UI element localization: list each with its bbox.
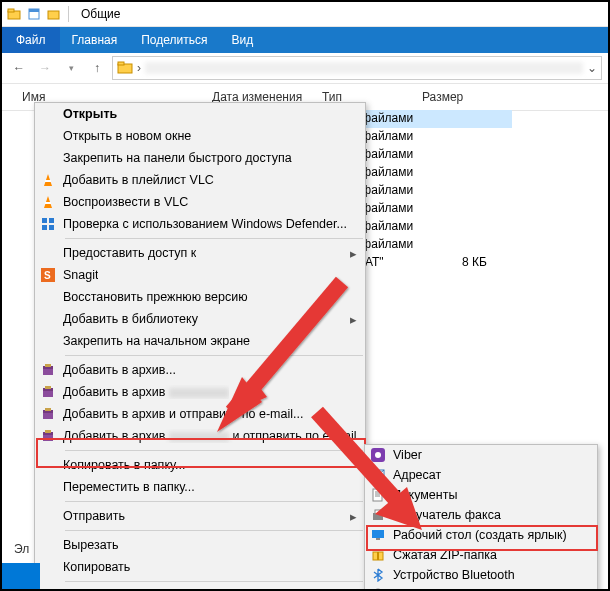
svg-rect-22	[45, 386, 51, 389]
qat-newfolder-icon[interactable]	[46, 6, 62, 22]
menu-move-to-folder[interactable]: Переместить в папку...	[35, 476, 365, 498]
winrar-icon	[39, 405, 57, 423]
menu-open-new-window[interactable]: Открыть в новом окне	[35, 125, 365, 147]
col-size[interactable]: Размер	[422, 90, 512, 104]
ribbon-tab-view[interactable]: Вид	[219, 27, 265, 53]
menu-create-shortcut[interactable]: Создать ярлык	[35, 585, 365, 591]
qat-separator	[68, 6, 69, 22]
status-label: Эл	[14, 542, 29, 556]
submenu-viber[interactable]: Viber	[365, 445, 597, 465]
svg-rect-3	[29, 9, 39, 12]
menu-send-to[interactable]: Отправить	[35, 505, 365, 527]
svg-rect-12	[49, 218, 54, 223]
defender-icon	[39, 215, 57, 233]
submenu-desktop-shortcut[interactable]: Рабочий стол (создать ярлык)	[365, 525, 597, 545]
zip-icon	[369, 546, 387, 564]
menu-add-to-library[interactable]: Добавить в библиотеку	[35, 308, 365, 330]
viber-icon	[369, 446, 387, 464]
svg-text:S: S	[44, 270, 51, 281]
menu-restore-previous[interactable]: Восстановить прежнюю версию	[35, 286, 365, 308]
svg-rect-6	[118, 62, 124, 65]
svg-rect-39	[376, 538, 380, 540]
submenu-mail-recipient[interactable]: Адресат	[365, 465, 597, 485]
menu-vlc-add[interactable]: Добавить в плейлист VLC	[35, 169, 365, 191]
svg-rect-11	[42, 218, 47, 223]
svg-rect-13	[42, 225, 47, 230]
submenu-fax-recipient[interactable]: Получатель факса	[365, 505, 597, 525]
submenu-bluetooth[interactable]: Устройство Bluetooth	[365, 565, 597, 585]
bluetooth-icon	[369, 566, 387, 584]
menu-pin-quick-access[interactable]: Закрепить на панели быстрого доступа	[35, 147, 365, 169]
path-blurred	[145, 62, 583, 74]
nav-forward-button[interactable]: →	[34, 57, 56, 79]
ribbon-file[interactable]: Файл	[2, 27, 60, 53]
nav-recent-button[interactable]: ▾	[60, 57, 82, 79]
menu-vlc-play[interactable]: Воспроизвести в VLC	[35, 191, 365, 213]
explorer-icon	[6, 6, 22, 22]
svg-rect-28	[45, 430, 51, 433]
menu-rar-add-named[interactable]: Добавить в архив	[35, 381, 365, 403]
vlc-icon	[39, 171, 57, 189]
menu-snagit[interactable]: SSnagit	[35, 264, 365, 286]
vlc-icon	[39, 193, 57, 211]
menu-grant-access[interactable]: Предоставить доступ к	[35, 242, 365, 264]
send-to-submenu: Viber Адресат Документы Получатель факса…	[364, 444, 598, 591]
svg-rect-32	[373, 489, 382, 501]
menu-rar-email[interactable]: Добавить в архив и отправить по e-mail..…	[35, 403, 365, 425]
blurred-text	[169, 388, 229, 398]
winrar-icon	[39, 427, 57, 445]
submenu-dvd-drive[interactable]: DVD RW дисковод (O:)	[365, 585, 597, 591]
ribbon: Файл Главная Поделиться Вид	[2, 27, 608, 53]
menu-defender-scan[interactable]: Проверка с использованием Windows Defend…	[35, 213, 365, 235]
window-titlebar: Общие	[2, 2, 608, 27]
menu-cut[interactable]: Вырезать	[35, 534, 365, 556]
dvd-icon	[369, 586, 387, 591]
svg-rect-37	[375, 510, 381, 514]
svg-rect-8	[45, 180, 51, 182]
svg-rect-14	[49, 225, 54, 230]
chevron-down-icon[interactable]: ⌄	[587, 61, 597, 75]
svg-rect-10	[45, 202, 51, 204]
mail-icon	[369, 466, 387, 484]
desktop-icon	[369, 526, 387, 544]
chevron-right-icon: ›	[137, 61, 141, 75]
breadcrumb[interactable]: › ⌄	[112, 56, 602, 80]
svg-rect-38	[372, 530, 384, 538]
ribbon-tab-share[interactable]: Поделиться	[129, 27, 219, 53]
svg-rect-41	[377, 552, 379, 560]
menu-rar-email-named[interactable]: Добавить в архив и отправить по e-mail	[35, 425, 365, 447]
blurred-text	[169, 432, 229, 442]
context-menu: Открыть Открыть в новом окне Закрепить н…	[34, 102, 366, 591]
ribbon-tab-home[interactable]: Главная	[60, 27, 130, 53]
fax-icon	[369, 506, 387, 524]
svg-point-30	[375, 452, 381, 458]
svg-rect-4	[48, 11, 59, 19]
qat-properties-icon[interactable]	[26, 6, 42, 22]
menu-pin-start[interactable]: Закрепить на начальном экране	[35, 330, 365, 352]
submenu-zip-folder[interactable]: Сжатая ZIP-папка	[365, 545, 597, 565]
menu-open[interactable]: Открыть	[35, 103, 365, 125]
snagit-icon: S	[39, 266, 57, 284]
nav-back-button[interactable]: ←	[8, 57, 30, 79]
documents-icon	[369, 486, 387, 504]
window-title: Общие	[81, 7, 120, 21]
address-bar: ← → ▾ ↑ › ⌄	[2, 53, 608, 84]
svg-rect-1	[8, 9, 14, 12]
winrar-icon	[39, 383, 57, 401]
menu-copy[interactable]: Копировать	[35, 556, 365, 578]
svg-rect-19	[45, 364, 51, 367]
submenu-documents[interactable]: Документы	[365, 485, 597, 505]
menu-copy-to-folder[interactable]: Копировать в папку...	[35, 454, 365, 476]
size-cell: 8 КБ	[462, 255, 487, 269]
nav-up-button[interactable]: ↑	[86, 57, 108, 79]
folder-icon	[117, 60, 133, 76]
taskbar-fragment	[2, 563, 40, 589]
winrar-icon	[39, 361, 57, 379]
menu-rar-add[interactable]: Добавить в архив...	[35, 359, 365, 381]
svg-rect-25	[45, 408, 51, 411]
